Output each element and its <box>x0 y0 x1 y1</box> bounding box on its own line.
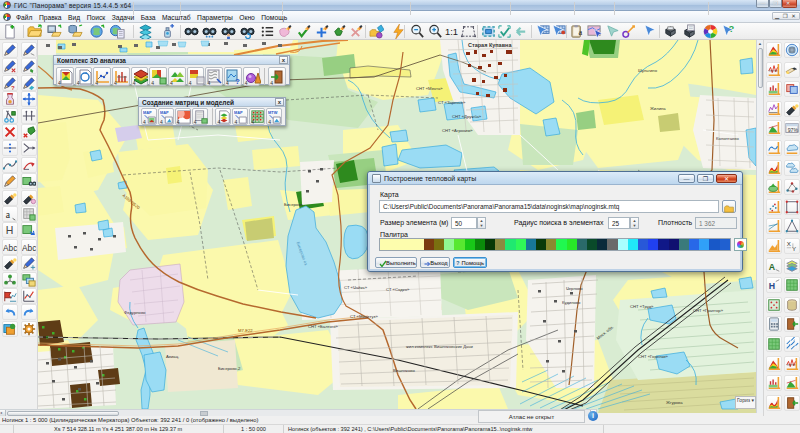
svg-text:Abc: Abc <box>22 242 36 252</box>
svg-text:СНТ «Агрохим»: СНТ «Агрохим» <box>442 128 473 133</box>
svg-text:A: A <box>769 261 776 271</box>
svg-text:MAP: MAP <box>234 110 243 115</box>
svg-text:Авиац.: Авиац. <box>166 354 179 359</box>
svg-text:Шульгино: Шульгино <box>638 68 658 73</box>
svg-text:СНТ «Дружба»: СНТ «Дружба» <box>452 114 482 119</box>
svg-text:?: ? <box>11 84 15 91</box>
svg-text:MAP: MAP <box>160 110 169 115</box>
svg-text:X: X <box>787 240 791 247</box>
svg-text:a: a <box>578 27 582 37</box>
svg-text:СТ «Заречье»: СТ «Заречье» <box>438 100 466 105</box>
svg-text:?: ? <box>235 77 240 85</box>
svg-text:М7-Е22: М7-Е22 <box>238 328 253 333</box>
svg-text:Старая Купавна: Старая Купавна <box>468 42 512 48</box>
svg-text:СТ «Садко»: СТ «Садко» <box>386 287 410 292</box>
svg-text:СНТ «Грантор»: СНТ «Грантор» <box>693 308 724 313</box>
svg-text:СНТ «Труд»: СНТ «Труд» <box>630 304 654 309</box>
svg-text:Бисерово-2: Бисерово-2 <box>218 366 241 371</box>
svg-text:MTW: MTW <box>268 110 278 115</box>
svg-text:СНТ «Балтого»: СНТ «Балтого» <box>308 324 339 329</box>
svg-text:Бисерово: Бисерово <box>284 202 303 207</box>
svg-text:Черново: Черново <box>566 286 583 291</box>
svg-text:жил.комплекс Вишняковские Дачи: жил.комплекс Вишняковские Дачи <box>406 344 473 349</box>
svg-text:СНТ «Мечта»: СНТ «Мечта» <box>416 86 443 91</box>
svg-text:a: a <box>6 209 11 220</box>
svg-text:Федурново: Федурново <box>124 310 146 315</box>
svg-text:Жгурова: Жгурова <box>666 400 683 405</box>
svg-text:Кудиново: Кудиново <box>562 300 581 305</box>
svg-text:H: H <box>6 225 14 237</box>
svg-text:Колонтаево: Колонтаево <box>716 136 740 141</box>
svg-text:Жилина: Жилина <box>650 106 666 111</box>
svg-text:СТ «Минитуз»: СТ «Минитуз» <box>350 314 378 319</box>
svg-text:MAP: MAP <box>143 110 152 115</box>
svg-text:Y: Y <box>792 245 796 252</box>
svg-text:СТ «Чайка»: СТ «Чайка» <box>344 285 368 290</box>
svg-text:Abc: Abc <box>3 242 17 252</box>
svg-text:СНТ «Горелки»: СНТ «Горелки» <box>638 354 669 359</box>
svg-text:1:1: 1:1 <box>445 27 458 37</box>
svg-text:97%: 97% <box>788 127 799 133</box>
svg-text:H: H <box>769 281 775 291</box>
svg-text:Вишняково: Вишняково <box>393 368 415 373</box>
